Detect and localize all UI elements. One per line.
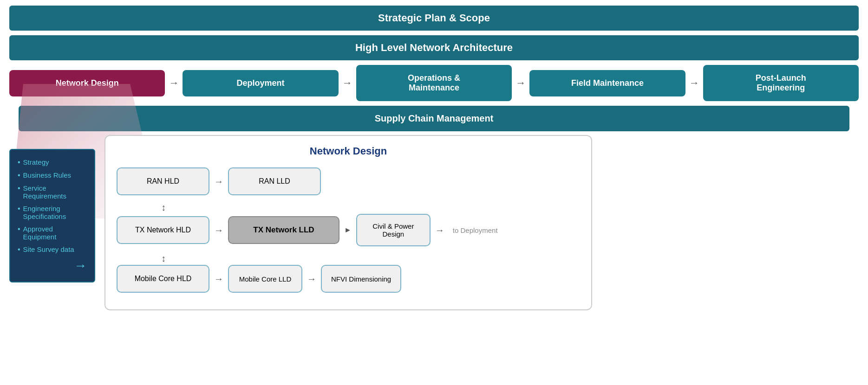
arrow-mc-hld-lld: →: [214, 274, 223, 284]
arrow-civil-deployment: →: [435, 225, 444, 236]
ran-lld-box: RAN LLD: [228, 167, 321, 195]
supply-chain-banner: Supply Chain Management: [19, 106, 849, 131]
nfvi-box: NFVI Dimensioning: [321, 265, 401, 293]
lifecycle-field-maintenance[interactable]: Field Maintenance: [529, 70, 685, 96]
mobile-core-lld-box: Mobile Core LLD: [228, 265, 302, 293]
sidebar-list: Strategy Business Rules Service Requirem…: [18, 158, 87, 254]
lifecycle-network-design[interactable]: Network Design: [9, 70, 165, 96]
page-wrapper: Strategic Plan & Scope High Level Networ…: [0, 0, 868, 385]
tx-hld-box: TX Network HLD: [117, 216, 209, 244]
vert-arrow-2: ↕: [161, 254, 166, 263]
sidebar-item-approved-equipment: Approved Equipment: [18, 225, 87, 241]
supply-chain-wrapper: Supply Chain Management: [0, 106, 868, 131]
lifecycle-operations[interactable]: Operations & Maintenance: [356, 65, 512, 101]
arrow-tx-hld-lld: →: [214, 225, 223, 236]
network-design-title: Network Design: [117, 145, 580, 157]
strategic-banner: Strategic Plan & Scope: [9, 6, 859, 31]
hlna-banner: High Level Network Architecture: [9, 35, 859, 60]
flow-row-3: Mobile Core HLD → Mobile Core LLD → NFVI…: [117, 265, 580, 293]
flow-row-2: TX Network HLD → TX Network LLD ► Civil …: [117, 214, 580, 246]
arrow-3: →: [516, 77, 526, 89]
sidebar-item-engineering-specs: Engineering Specifications: [18, 205, 87, 220]
arrow-4: →: [689, 77, 699, 89]
mobile-core-hld-box: Mobile Core HLD: [117, 265, 209, 293]
sidebar-item-strategy: Strategy: [18, 158, 87, 167]
flow-row-1: RAN HLD → RAN LLD: [117, 167, 580, 195]
lifecycle-post-launch[interactable]: Post-Launch Engineering: [703, 65, 859, 101]
sidebar-item-service-requirements: Service Requirements: [18, 184, 87, 200]
network-design-box: Network Design RAN HLD → RAN LLD ↕ TX Ne…: [104, 135, 592, 310]
arrow-tx-lld-civil: ►: [344, 226, 352, 234]
civil-power-box: Civil & Power Design: [356, 214, 431, 246]
sidebar-item-site-survey: Site Survey data: [18, 245, 87, 254]
tx-lld-box: TX Network LLD: [228, 216, 339, 244]
vert-arrow-1: ↕: [161, 203, 166, 212]
arrow-mc-lld-nfvi: →: [307, 274, 316, 284]
sidebar-item-business-rules: Business Rules: [18, 171, 87, 180]
sidebar-arrow: →: [74, 258, 87, 273]
lifecycle-deployment[interactable]: Deployment: [183, 70, 338, 96]
lifecycle-row: Network Design → Deployment → Operations…: [0, 65, 868, 101]
arrow-1: →: [169, 77, 179, 89]
left-sidebar: Strategy Business Rules Service Requirem…: [9, 149, 95, 282]
arrow-ran-hld-lld: →: [214, 176, 223, 187]
ran-hld-box: RAN HLD: [117, 167, 209, 195]
arrow-2: →: [342, 77, 352, 89]
to-deployment-label: to Deployment: [453, 226, 498, 234]
top-section: Strategic Plan & Scope High Level Networ…: [0, 0, 868, 60]
